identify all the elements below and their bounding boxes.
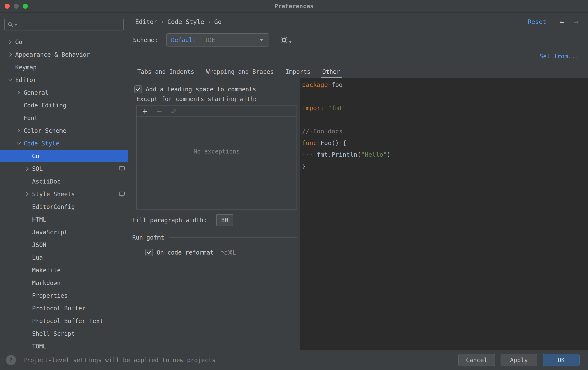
chevron-right-icon[interactable] (24, 166, 32, 172)
main-panel: Editor›Code Style›Go Reset ← → Scheme: D… (128, 13, 588, 350)
code-token-pln: fmt.Println( (317, 151, 361, 158)
on-code-reformat-label: On code reformat (157, 249, 214, 256)
breadcrumb: Editor›Code Style›Go (135, 18, 221, 25)
close-button[interactable] (5, 4, 10, 9)
run-gofmt-group: Run gofmt (132, 234, 297, 241)
code-token-kw: import (302, 104, 324, 112)
header-top-row: Editor›Code Style›Go Reset ← → (128, 13, 588, 26)
zoom-button[interactable] (23, 4, 28, 9)
code-token-cmt: // (302, 128, 309, 135)
code-token-ws: · (339, 139, 343, 147)
tab-tabs-and-indents[interactable]: Tabs and Indents (137, 65, 194, 78)
sidebar-item-shell-script[interactable]: Shell Script (0, 327, 128, 340)
sidebar-item-json[interactable]: JSON (0, 239, 128, 251)
chevron-right-icon[interactable] (16, 128, 24, 133)
sidebar-item-toml[interactable]: TOML (0, 340, 128, 350)
forward-arrow-icon[interactable]: → (574, 18, 579, 26)
sidebar-item-keymap[interactable]: Keymap (0, 61, 128, 74)
sidebar-item-label: Properties (32, 292, 68, 299)
sidebar-item-asciidoc[interactable]: AsciiDoc (0, 175, 128, 188)
sidebar-item-label: JSON (32, 241, 46, 249)
edit-icon[interactable] (169, 108, 178, 114)
search-box[interactable] (4, 19, 124, 31)
code-token-pln: foo (332, 81, 343, 88)
sidebar-item-label: Makefile (32, 267, 61, 274)
back-arrow-icon[interactable]: ← (560, 18, 565, 26)
tab-imports[interactable]: Imports (285, 65, 310, 78)
screen-icon (119, 166, 125, 172)
code-token-ws: · (324, 128, 328, 135)
sidebar-item-label: AsciiDoc (32, 178, 61, 185)
sidebar-item-color-scheme[interactable]: Color Scheme (0, 124, 128, 137)
sidebar-item-label: Font (24, 115, 38, 121)
reset-button[interactable]: Reset (528, 18, 546, 25)
footer-buttons: CancelApplyOK (458, 354, 579, 366)
sidebar-item-markdown[interactable]: Markdown (0, 277, 128, 289)
sidebar-item-font[interactable]: Font (0, 112, 128, 124)
search-history-caret-icon[interactable] (14, 24, 17, 26)
sidebar-item-protocol-buffer[interactable]: Protocol Buffer (0, 302, 128, 315)
sidebar-item-html[interactable]: HTML (0, 213, 128, 226)
sidebar-item-label: Code Editing (24, 102, 66, 109)
sidebar-item-go[interactable]: Go (0, 35, 128, 48)
sidebar-item-style-sheets[interactable]: Style Sheets (0, 188, 128, 200)
search-input[interactable] (18, 21, 121, 28)
leading-space-checkbox[interactable] (134, 86, 142, 93)
scheme-suffix-label: IDE (204, 37, 215, 44)
sidebar-item-properties[interactable]: Properties (0, 289, 128, 302)
footer-bar: ? Project-level settings will be applied… (0, 350, 588, 370)
code-token-ws: · (328, 81, 331, 88)
code-token-cmt: docs (328, 128, 343, 135)
fill-paragraph-row: Fill paragraph width: (132, 214, 300, 226)
group-separator-line (169, 238, 297, 238)
fill-paragraph-input[interactable] (216, 214, 233, 226)
sidebar-item-makefile[interactable]: Makefile (0, 264, 128, 277)
chevron-down-icon[interactable] (8, 77, 15, 83)
ok-button[interactable]: OK (543, 354, 579, 366)
sidebar-item-label: Style Sheets (32, 191, 75, 198)
chevron-right-icon[interactable] (8, 52, 15, 57)
on-code-reformat-checkbox[interactable] (145, 249, 153, 256)
screen-icon (119, 191, 125, 197)
scheme-selected-value: Default (171, 37, 196, 44)
help-icon[interactable]: ? (6, 355, 16, 365)
sidebar-item-editor[interactable]: Editor (0, 74, 128, 86)
tab-other[interactable]: Other (322, 65, 340, 78)
sidebar-item-lua[interactable]: Lua (0, 251, 128, 264)
sidebar-item-label: SQL (32, 165, 43, 172)
chevron-right-icon[interactable] (8, 39, 15, 45)
chevron-right-icon[interactable] (24, 191, 32, 197)
tab-wrapping-and-braces[interactable]: Wrapping and Braces (206, 65, 274, 78)
breadcrumb-item-editor[interactable]: Editor (135, 18, 157, 25)
sidebar-item-javascript[interactable]: JavaScript (0, 226, 128, 239)
sidebar-item-general[interactable]: General (0, 86, 128, 99)
cancel-button[interactable]: Cancel (458, 354, 495, 366)
window-title: Preferences (274, 3, 314, 10)
minimize-button[interactable] (14, 4, 19, 9)
fill-paragraph-label: Fill paragraph width: (132, 217, 207, 224)
sidebar-item-code-editing[interactable]: Code Editing (0, 99, 128, 112)
sidebar-item-editorconfig[interactable]: EditorConfig (0, 200, 128, 213)
set-from-link[interactable]: Set from... (540, 53, 579, 60)
add-icon[interactable]: + (141, 107, 149, 115)
scheme-actions-button[interactable] (280, 36, 292, 44)
code-line: } (302, 161, 588, 172)
app-body: GoAppearance & BehaviorKeymapEditorGener… (0, 13, 588, 350)
chevron-right-icon[interactable] (16, 90, 24, 95)
breadcrumb-item-go[interactable]: Go (214, 18, 221, 25)
sidebar-item-appearance-behavior[interactable]: Appearance & Behavior (0, 48, 128, 61)
sidebar-item-sql[interactable]: SQL (0, 162, 128, 175)
sidebar-item-code-style[interactable]: Code Style (0, 137, 128, 150)
scheme-dropdown[interactable]: Default IDE (167, 33, 269, 46)
remove-icon[interactable]: − (155, 107, 163, 115)
breadcrumb-item-code-style[interactable]: Code Style (167, 18, 204, 25)
sidebar-item-go[interactable]: Go (0, 150, 128, 162)
code-token-ws: ···· (302, 151, 317, 158)
gear-icon (280, 36, 288, 44)
sidebar-item-protocol-buffer-text[interactable]: Protocol Buffer Text (0, 315, 128, 327)
on-code-reformat-shortcut: ⌥⌘L (220, 249, 236, 256)
apply-button[interactable]: Apply (501, 354, 537, 366)
chevron-down-icon[interactable] (16, 141, 24, 146)
run-gofmt-label: Run gofmt (132, 234, 164, 241)
sidebar-item-label: Keymap (15, 64, 37, 71)
